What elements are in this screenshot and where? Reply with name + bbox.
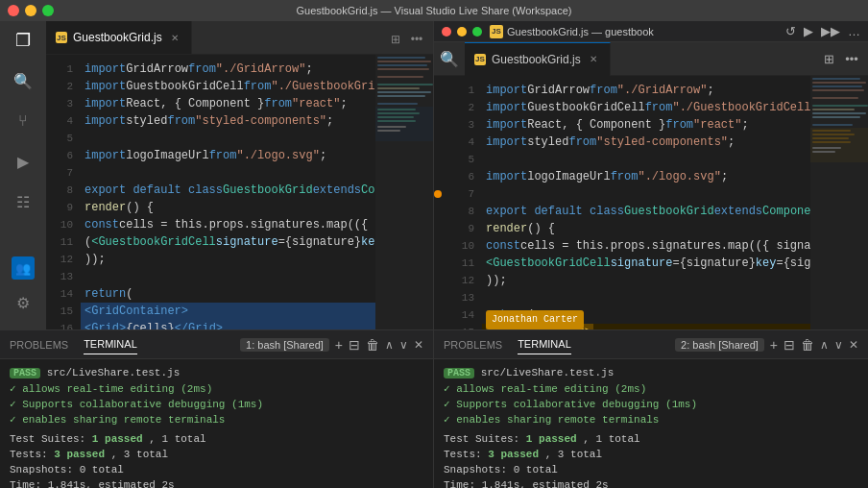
svg-rect-28 xyxy=(812,130,851,132)
svg-rect-7 xyxy=(377,91,431,93)
live-share-icon[interactable]: 👥 xyxy=(12,256,35,280)
left-terminal-tab[interactable]: TERMINAL xyxy=(84,334,137,354)
right-more-icon[interactable]: ••• xyxy=(843,50,860,67)
scroll-up-icon[interactable]: ∧ xyxy=(385,338,394,352)
minimize-button[interactable] xyxy=(25,5,36,16)
left-editor-tab[interactable]: JS GuestbookGrid.js ✕ xyxy=(46,21,192,54)
right-scroll-up-icon[interactable]: ∧ xyxy=(820,338,829,352)
right-editor: 🔍 JS GuestbookGrid.js ✕ ⊞ ••• xyxy=(434,42,868,329)
left-tests-pass: 3 passed xyxy=(54,449,105,460)
left-panel-actions: 1: bash [Shared] + ⊟ 🗑 ∧ ∨ ✕ xyxy=(240,337,423,353)
left-tests-label: Tests: xyxy=(10,449,48,460)
right-terminal-content: PASS src/LiveShare.test.js ✓ allows real… xyxy=(434,359,868,488)
left-tab-close[interactable]: ✕ xyxy=(168,31,181,44)
search-icon[interactable]: 🔍 xyxy=(12,69,35,92)
left-shell-select[interactable]: 1: bash [Shared] xyxy=(240,338,329,352)
left-snapshots-label: Snapshots: xyxy=(10,464,73,476)
svg-rect-2 xyxy=(377,64,427,66)
svg-rect-19 xyxy=(812,85,862,87)
svg-rect-11 xyxy=(377,109,416,110)
activity-bar: ❐ 🔍 ⑂ ▶ ☷ 👥 ⚙ xyxy=(0,21,46,329)
right-tab-close[interactable]: ✕ xyxy=(587,53,600,66)
close-button[interactable] xyxy=(8,5,19,16)
svg-rect-17 xyxy=(812,78,860,80)
right-gutter xyxy=(434,76,447,329)
svg-rect-4 xyxy=(377,76,423,78)
right-suites-pass: 1 passed xyxy=(526,433,577,445)
extensions-icon[interactable]: ☷ xyxy=(12,190,35,213)
svg-rect-30 xyxy=(812,137,849,139)
right-editor-tab[interactable]: JS GuestbookGrid.js ✕ xyxy=(465,42,611,76)
right-js-icon: JS xyxy=(474,54,486,65)
svg-rect-31 xyxy=(812,141,851,143)
maximize-button[interactable] xyxy=(42,5,54,16)
right-panel-actions: 2: bash [Shared] + ⊟ 🗑 ∧ ∨ ✕ xyxy=(675,337,858,353)
right-search-icon[interactable]: 🔍 xyxy=(434,42,465,76)
more-actions-icon[interactable]: ••• xyxy=(408,31,425,48)
svg-rect-18 xyxy=(812,82,866,84)
right-shell-select[interactable]: 2: bash [Shared] xyxy=(675,338,764,352)
explorer-icon[interactable]: ❐ xyxy=(12,29,35,52)
right-file-icon: JS xyxy=(490,25,503,38)
right-close-btn[interactable] xyxy=(442,27,451,37)
right-test-file: src/LiveShare.test.js xyxy=(481,367,615,378)
left-minimap xyxy=(375,55,433,329)
left-editor: JS GuestbookGrid.js ✕ ⊞ ••• 12345 678910… xyxy=(46,21,433,329)
right-toolbar-icon3[interactable]: ▶▶ xyxy=(821,24,840,38)
right-terminal-tab[interactable]: TERMINAL xyxy=(518,334,571,354)
right-code-editor: 12345 678910 1112131415 1617181920 2122 … xyxy=(434,76,868,329)
svg-rect-32 xyxy=(812,147,841,149)
live-share-tooltip: Jonathan Carter xyxy=(486,310,584,329)
right-time-val: 1.841s, estimated 2s xyxy=(482,479,609,488)
left-problems-tab[interactable]: PROBLEMS xyxy=(10,335,68,354)
right-suites-total: , 1 total xyxy=(583,433,639,445)
left-code-editor: 12345 678910 1112131415 1617181920 2122 … xyxy=(46,55,433,329)
right-pass-badge: PASS xyxy=(444,368,474,378)
svg-rect-24 xyxy=(812,112,866,114)
left-suites-total: , 1 total xyxy=(149,433,205,445)
right-max-btn[interactable] xyxy=(472,27,482,37)
svg-rect-9 xyxy=(377,103,418,105)
left-tab-label: GuestbookGrid.js xyxy=(73,31,162,44)
right-min-btn[interactable] xyxy=(457,27,467,37)
window-title-bar: GuestbookGrid.js — Visual Studio Live Sh… xyxy=(0,0,868,21)
settings-icon[interactable]: ⚙ xyxy=(12,291,35,314)
split-terminal-icon[interactable]: ⊟ xyxy=(349,337,360,353)
svg-rect-0 xyxy=(377,57,425,59)
right-toolbar-icon1[interactable]: ↺ xyxy=(785,24,796,38)
right-problems-tab[interactable]: PROBLEMS xyxy=(444,335,502,354)
svg-rect-21 xyxy=(812,97,858,99)
left-test-file: src/LiveShare.test.js xyxy=(47,367,181,378)
right-split-terminal-icon[interactable]: ⊟ xyxy=(784,337,795,353)
add-terminal-icon[interactable]: + xyxy=(335,337,343,353)
left-check-1: ✓ allows real-time editing (2ms) xyxy=(10,383,212,395)
right-toolbar-icon2[interactable]: ▶ xyxy=(804,24,813,38)
svg-rect-6 xyxy=(377,87,420,89)
gutter-indicator xyxy=(434,190,442,198)
left-check-2: ✓ Supports collaborative debugging (1ms) xyxy=(10,399,263,410)
right-add-terminal-icon[interactable]: + xyxy=(770,337,778,353)
right-scroll-down-icon[interactable]: ∨ xyxy=(834,338,843,352)
svg-rect-20 xyxy=(812,89,864,91)
svg-rect-5 xyxy=(377,84,433,85)
right-time-label: Time: xyxy=(444,479,475,488)
delete-terminal-icon[interactable]: 🗑 xyxy=(366,337,379,353)
left-time-val: 1.841s, estimated 2s xyxy=(48,479,175,488)
left-suites-pass: 1 passed xyxy=(92,433,143,445)
right-title-bar: JS GuestbookGrid.js — guestbook ↺ ▶ ▶▶ … xyxy=(434,21,868,42)
right-toolbar-icon4[interactable]: … xyxy=(848,24,860,38)
left-time-label: Time: xyxy=(10,479,41,488)
source-control-icon[interactable]: ⑂ xyxy=(12,110,35,133)
right-delete-terminal-icon[interactable]: 🗑 xyxy=(801,337,814,353)
left-tab-bar: JS GuestbookGrid.js ✕ ⊞ ••• xyxy=(46,21,433,55)
svg-rect-1 xyxy=(377,61,431,62)
debug-icon[interactable]: ▶ xyxy=(12,150,35,173)
split-editor-icon[interactable]: ⊞ xyxy=(387,31,404,48)
close-panel-icon[interactable]: ✕ xyxy=(414,338,423,352)
left-tab-toolbar: ⊞ ••• xyxy=(387,31,433,54)
scroll-down-icon[interactable]: ∨ xyxy=(399,338,408,352)
right-close-panel-icon[interactable]: ✕ xyxy=(849,338,858,352)
left-code-lines: import GridArrow from "./GridArrow"; imp… xyxy=(81,55,375,329)
right-split-icon[interactable]: ⊞ xyxy=(820,50,837,67)
right-tests-label: Tests: xyxy=(444,449,482,460)
